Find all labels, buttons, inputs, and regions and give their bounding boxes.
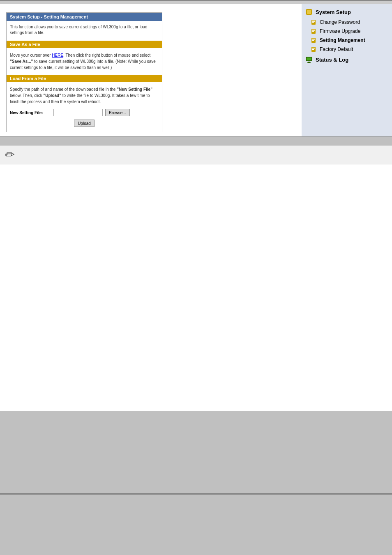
- svg-rect-1: [307, 10, 311, 14]
- svg-rect-3: [312, 21, 315, 21]
- status-log-label: Status & Log: [316, 57, 348, 63]
- content-area: System Setup - Setting Management This f…: [0, 4, 302, 136]
- svg-rect-12: [312, 39, 315, 40]
- bottom-bar: [0, 493, 392, 495]
- sidebar-item-factory-default[interactable]: Factory Default: [302, 45, 392, 54]
- upload-row: Upload: [7, 118, 162, 129]
- svg-rect-20: [308, 62, 310, 62]
- svg-rect-11: [312, 39, 315, 39]
- factory-default-label: Factory Default: [320, 46, 353, 52]
- firmware-upgrade-label: Firmware Upgrade: [320, 28, 360, 34]
- save-section-label: Save As a File: [10, 42, 40, 47]
- gear-icon: [305, 8, 313, 16]
- setting-management-label: Setting Mangement: [320, 37, 365, 43]
- browse-button[interactable]: Browse...: [105, 109, 130, 116]
- page-icon-4: [311, 46, 317, 53]
- svg-rect-15: [312, 48, 315, 48]
- sidebar-item-system-setup[interactable]: System Setup: [302, 6, 392, 18]
- panel-header: System Setup - Setting Management: [7, 13, 162, 21]
- panel-title: System Setup - Setting Management: [10, 14, 88, 19]
- footer-pen-icon: ✏: [4, 148, 14, 161]
- footer-area: ✏: [0, 145, 392, 164]
- save-section-bar: Save As a File: [7, 41, 162, 48]
- here-link[interactable]: HERE: [52, 53, 63, 58]
- panel-intro: This function allows you to save current…: [7, 21, 162, 39]
- load-section-label: Load From a File: [10, 76, 46, 81]
- change-password-label: Change Password: [320, 19, 360, 25]
- svg-rect-5: [312, 22, 314, 23]
- svg-rect-4: [312, 21, 315, 22]
- svg-rect-19: [307, 58, 311, 60]
- page-icon-1: [311, 19, 317, 25]
- left-main-area: System Setup - Setting Management This f…: [0, 4, 302, 136]
- svg-rect-9: [312, 31, 314, 32]
- sidebar-item-status-log[interactable]: Status & Log: [302, 54, 392, 65]
- new-setting-file-input[interactable]: [53, 109, 103, 116]
- new-setting-file-label: New Setting File:: [10, 111, 51, 115]
- new-setting-file-bold: "New Setting File": [117, 87, 152, 92]
- top-section: System Setup - Setting Management This f…: [0, 4, 392, 137]
- svg-rect-16: [312, 48, 315, 49]
- intro-text: This function allows you to save current…: [10, 25, 148, 35]
- sidebar-item-setting-management[interactable]: Setting Mangement: [302, 36, 392, 45]
- svg-rect-8: [312, 30, 315, 31]
- svg-rect-7: [312, 30, 315, 30]
- monitor-icon: [305, 55, 313, 64]
- page-icon-3: [311, 37, 317, 44]
- svg-rect-13: [312, 40, 314, 41]
- upload-button[interactable]: Upload: [74, 120, 95, 127]
- load-section-content: Specify the path of and name of the down…: [7, 84, 162, 107]
- sidebar-item-change-password[interactable]: Change Password: [302, 18, 392, 27]
- empty-content-area: [0, 164, 392, 411]
- upload-bold: "Upload": [44, 93, 61, 98]
- load-section-bar: Load From a File: [7, 75, 162, 82]
- svg-rect-21: [307, 62, 311, 63]
- setting-management-panel: System Setup - Setting Management This f…: [6, 12, 162, 132]
- svg-rect-17: [312, 49, 314, 50]
- sidebar-item-firmware-upgrade[interactable]: Firmware Upgrade: [302, 27, 392, 36]
- save-section-content: Move your cursor over HERE. Then click t…: [7, 50, 162, 73]
- system-setup-label: System Setup: [316, 9, 351, 15]
- right-sidebar: System Setup Change Password: [302, 4, 392, 136]
- file-input-row: New Setting File: Browse...: [7, 107, 162, 118]
- page-icon-2: [311, 28, 317, 35]
